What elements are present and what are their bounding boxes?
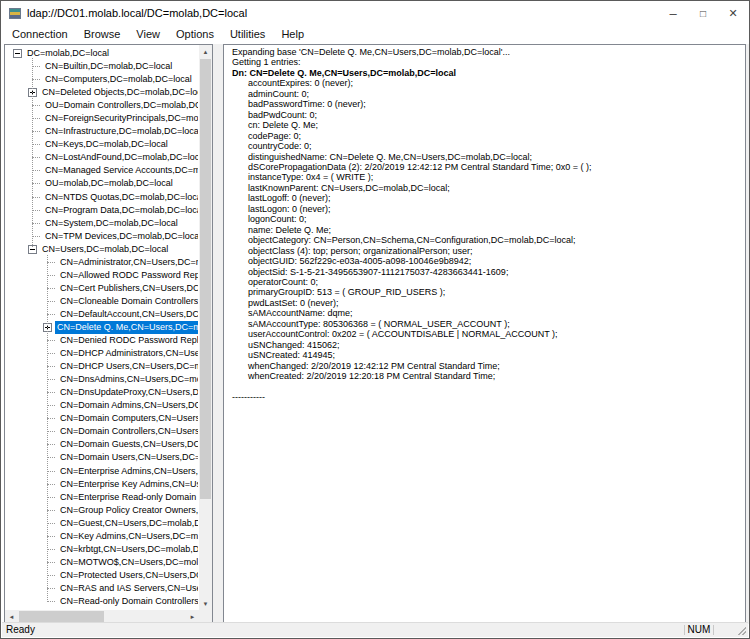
close-icon[interactable]: ✕ (718, 2, 748, 24)
tree-item[interactable]: CN=Enterprise Read-only Domain Controlle… (5, 491, 198, 504)
output-line: ----------- (232, 392, 743, 402)
output-line: objectGUID: 562f229c-e03a-4005-a098-1004… (232, 256, 743, 266)
tree-item[interactable]: CN=DHCP Users,CN=Users,DC=molab,DC=local (5, 360, 198, 373)
scroll-up-icon[interactable]: ▲ (199, 45, 212, 58)
tree-connector (32, 223, 40, 224)
tree-item[interactable]: CN=Cloneable Domain Controllers,CN=Users… (5, 295, 198, 308)
tree-view: DC=molab,DC=localCN=Builtin,DC=molab,DC=… (5, 47, 198, 609)
tree-connector (47, 575, 55, 576)
tree-item[interactable]: CN=Read-only Domain Controllers,CN=Users… (5, 595, 198, 608)
tree-connector (47, 431, 55, 432)
tree-item-label: CN=Allowed RODC Password Replication Gro… (58, 269, 198, 282)
tree-item-label: CN=DnsAdmins,CN=Users,DC=molab,DC=local (58, 373, 198, 386)
tree-item[interactable]: CN=Deleted Objects,DC=molab,DC=local (5, 86, 198, 99)
tree-item[interactable]: CN=krbtgt,CN=Users,DC=molab,DC=local (5, 543, 198, 556)
tree-item[interactable]: CN=Managed Service Accounts,DC=molab,DC=… (5, 164, 198, 177)
tree-item-label: CN=Cert Publishers,CN=Users,DC=molab,DC=… (58, 282, 198, 295)
output-line: sAMAccountName: dqme; (232, 308, 743, 318)
output-line: userAccountControl: 0x202 = ( ACCOUNTDIS… (232, 329, 743, 339)
tree-item[interactable]: CN=Keys,DC=molab,DC=local (5, 138, 198, 151)
tree-item[interactable]: CN=Guest,CN=Users,DC=molab,DC=local (5, 517, 198, 530)
output-line: objectSid: S-1-5-21-3495653907-111217503… (232, 267, 743, 277)
tree-item[interactable]: CN=Enterprise Key Admins,CN=Users,DC=mol… (5, 478, 198, 491)
output-line: whenCreated: 2/20/2019 12:20:18 PM Centr… (232, 371, 743, 381)
tree-item-label: CN=Domain Admins,CN=Users,DC=molab,DC=lo… (58, 399, 198, 412)
tree-item[interactable]: CN=Infrastructure,DC=molab,DC=local (5, 125, 198, 138)
tree-item[interactable]: CN=LostAndFound,DC=molab,DC=local (5, 151, 198, 164)
tree-item[interactable]: CN=TPM Devices,DC=molab,DC=local (5, 230, 198, 243)
minimize-icon[interactable]: – (658, 2, 688, 24)
tree-item[interactable]: CN=Computers,DC=molab,DC=local (5, 73, 198, 86)
menu-item-browse[interactable]: Browse (76, 26, 129, 42)
status-separator (684, 625, 685, 635)
output-line: codePage: 0; (232, 131, 743, 141)
tree-item[interactable]: CN=NTDS Quotas,DC=molab,DC=local (5, 191, 198, 204)
tree-item[interactable]: CN=DnsAdmins,CN=Users,DC=molab,DC=local (5, 373, 198, 386)
tree-connector (47, 457, 55, 458)
horizontal-scroll-thumb[interactable] (19, 611, 104, 622)
tree-item[interactable]: CN=Domain Users,CN=Users,DC=molab,DC=loc… (5, 451, 198, 464)
output-line: whenChanged: 2/20/2019 12:42:12 PM Centr… (232, 361, 743, 371)
tree-item[interactable]: DC=molab,DC=local (5, 47, 198, 60)
output-line: dSCorePropagationData (2): 2/20/2019 12:… (232, 162, 743, 172)
tree-item[interactable]: CN=DefaultAccount,CN=Users,DC=molab,DC=l… (5, 308, 198, 321)
tree-item-label: CN=DHCP Users,CN=Users,DC=molab,DC=local (58, 360, 198, 373)
tree-item-label: CN=Keys,DC=molab,DC=local (43, 138, 170, 151)
tree-item[interactable]: CN=Group Policy Creator Owners,CN=Users,… (5, 504, 198, 517)
menu-item-options[interactable]: Options (168, 26, 222, 42)
menu-item-help[interactable]: Help (273, 26, 312, 42)
tree-item[interactable]: OU=Domain Controllers,DC=molab,DC=local (5, 99, 198, 112)
tree-item[interactable]: CN=Program Data,DC=molab,DC=local (5, 204, 198, 217)
vertical-scroll-thumb[interactable] (200, 59, 211, 499)
tree-item[interactable]: OU=molab,DC=molab,DC=local (5, 177, 198, 190)
collapse-minus-icon[interactable] (13, 49, 22, 58)
tree-item[interactable]: CN=Domain Computers,CN=Users,DC=molab,DC… (5, 412, 198, 425)
tree-vertical-scrollbar[interactable]: ▲ ▼ (199, 45, 212, 610)
tree-item[interactable]: CN=DHCP Administrators,CN=Users,DC=molab… (5, 347, 198, 360)
tree-connector (47, 301, 55, 302)
tree-item-label: CN=Users,DC=molab,DC=local (40, 243, 170, 256)
menu-bar: ConnectionBrowseViewOptionsUtilitiesHelp (2, 24, 748, 44)
tree-connector (47, 418, 55, 419)
tree-item[interactable]: CN=ForeignSecurityPrincipals,DC=molab,DC… (5, 112, 198, 125)
tree-item[interactable]: CN=DnsUpdateProxy,CN=Users,DC=molab,DC=l… (5, 386, 198, 399)
maximize-icon[interactable]: □ (688, 2, 718, 24)
tree-connector (47, 366, 55, 367)
tree-connector (47, 405, 55, 406)
menu-item-connection[interactable]: Connection (4, 26, 76, 42)
tree-item[interactable]: CN=Domain Admins,CN=Users,DC=molab,DC=lo… (5, 399, 198, 412)
output-line: badPasswordTime: 0 (never); (232, 99, 743, 109)
tree-item[interactable]: CN=MOTWO$,CN=Users,DC=molab,DC=local (5, 556, 198, 569)
tree-connector (32, 170, 40, 171)
tree-item-label: CN=ForeignSecurityPrincipals,DC=molab,DC… (43, 112, 198, 125)
output-line: distinguishedName: CN=Delete Q. Me,CN=Us… (232, 152, 743, 162)
tree-item[interactable]: CN=RAS and IAS Servers,CN=Users,DC=molab… (5, 582, 198, 595)
tree-item[interactable]: CN=Users,DC=molab,DC=local (5, 243, 198, 256)
tree-item[interactable]: CN=Allowed RODC Password Replication Gro… (5, 269, 198, 282)
tree-connector (47, 379, 55, 380)
tree-item[interactable]: CN=Protected Users,CN=Users,DC=molab,DC=… (5, 569, 198, 582)
tree-item-label: CN=TPM Devices,DC=molab,DC=local (43, 230, 198, 243)
tree-item[interactable]: CN=Delete Q. Me,CN=Users,DC=molab,DC=loc… (5, 321, 198, 334)
tree-item[interactable]: CN=Domain Guests,CN=Users,DC=molab,DC=lo… (5, 438, 198, 451)
tree-connector (47, 549, 55, 550)
tree-item[interactable]: CN=Domain Controllers,CN=Users,DC=molab,… (5, 425, 198, 438)
tree-item[interactable]: CN=Builtin,DC=molab,DC=local (5, 60, 198, 73)
tree-item[interactable]: CN=Administrator,CN=Users,DC=molab,DC=lo… (5, 256, 198, 269)
tree-item[interactable]: CN=Enterprise Admins,CN=Users,DC=molab,D… (5, 465, 198, 478)
tree-item-label: CN=DefaultAccount,CN=Users,DC=molab,DC=l… (58, 308, 198, 321)
tree-item[interactable]: CN=Key Admins,CN=Users,DC=molab,DC=local (5, 530, 198, 543)
pane-splitter[interactable] (213, 44, 223, 624)
resize-grip-icon[interactable] (737, 626, 746, 635)
tree-connector (47, 275, 55, 276)
output-line: objectClass (4): top; person; organizati… (232, 246, 743, 256)
status-bar: Ready NUM (2, 622, 748, 637)
menu-item-view[interactable]: View (128, 26, 168, 42)
tree-connector (47, 523, 55, 524)
scroll-down-icon[interactable]: ▼ (199, 597, 212, 610)
tree-item[interactable]: CN=Denied RODC Password Replication Grou… (5, 334, 198, 347)
output-pane[interactable]: Expanding base 'CN=Delete Q. Me,CN=Users… (223, 44, 746, 624)
tree-item[interactable]: CN=System,DC=molab,DC=local (5, 217, 198, 230)
tree-item[interactable]: CN=Cert Publishers,CN=Users,DC=molab,DC=… (5, 282, 198, 295)
menu-item-utilities[interactable]: Utilities (222, 26, 273, 42)
